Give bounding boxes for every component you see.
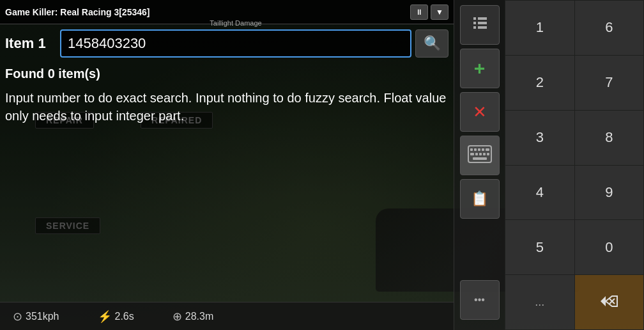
num-7-button[interactable]: 7 (575, 56, 644, 110)
search-input[interactable] (60, 29, 411, 58)
search-row: Item 1 Taillight Damage 🔍 (0, 24, 454, 63)
add-icon: + (474, 58, 486, 79)
speed-status: ⊙ 351kph (13, 310, 59, 324)
num-3-button[interactable]: 3 (505, 111, 574, 165)
speed-icon: ⊙ (13, 310, 22, 324)
search-button[interactable]: 🔍 (415, 29, 448, 58)
dots-num-button[interactable]: ... (505, 275, 574, 329)
status-bar: ⊙ 351kph ⚡ 2.6s ⊕ 28.3m (0, 302, 454, 330)
delete-button[interactable]: ✕ (460, 92, 500, 132)
dots-icon: ••• (474, 294, 485, 306)
num-2-button[interactable]: 2 (505, 56, 574, 110)
svg-rect-4 (478, 22, 487, 24)
num-5-button[interactable]: 5 (505, 220, 574, 274)
time-value: 2.6s (115, 311, 134, 322)
svg-rect-14 (479, 153, 482, 155)
item-text: Item (5, 35, 34, 52)
num-8-button[interactable]: 8 (575, 111, 644, 165)
pause-button[interactable]: ⏸ (410, 4, 428, 20)
svg-rect-2 (473, 26, 476, 29)
time-status: ⚡ 2.6s (98, 310, 134, 324)
list-icon (471, 16, 489, 34)
num-1-button[interactable]: 1 (505, 1, 574, 55)
num-9-button[interactable]: 9 (575, 166, 644, 220)
svg-rect-0 (473, 17, 476, 20)
backspace-button[interactable] (575, 275, 644, 329)
folder-icon: 📋 (471, 191, 488, 207)
distance-status: ⊕ 28.3m (172, 310, 213, 324)
num-0-button[interactable]: 0 (575, 220, 644, 274)
keyboard-icon (468, 145, 492, 166)
svg-rect-9 (478, 148, 480, 151)
svg-rect-17 (473, 157, 487, 160)
item-number: 1 (38, 35, 45, 52)
delete-icon: ✕ (473, 102, 487, 122)
svg-rect-12 (470, 153, 474, 155)
dots-button[interactable]: ••• (460, 280, 500, 320)
time-icon: ⚡ (98, 310, 112, 324)
backspace-icon (599, 294, 618, 311)
distance-icon: ⊕ (172, 310, 182, 324)
svg-rect-7 (470, 148, 473, 151)
search-input-container: Taillight Damage (60, 29, 411, 58)
svg-marker-21 (601, 296, 606, 306)
right-panel: + ✕ (454, 0, 644, 330)
found-text: Found 0 item(s) (0, 63, 454, 84)
info-text: Input number to do exact search. Input n… (0, 84, 454, 130)
svg-rect-3 (478, 17, 487, 20)
svg-rect-5 (478, 26, 487, 29)
svg-rect-10 (482, 148, 484, 151)
num-4-button[interactable]: 4 (505, 166, 574, 220)
search-icon: 🔍 (424, 35, 441, 52)
keyboard-button[interactable] (460, 136, 500, 175)
search-hint: Taillight Damage (60, 19, 411, 27)
title-controls: ⏸ ▼ (410, 4, 448, 20)
sidebar-buttons: + ✕ (454, 0, 505, 330)
num-6-button[interactable]: 6 (575, 1, 644, 55)
svg-rect-15 (483, 153, 486, 155)
item-label: Item 1 (5, 35, 56, 52)
main-overlay: Game Killer: Real Racing 3[25346] ⏸ ▼ It… (0, 0, 454, 330)
add-button[interactable]: + (460, 49, 500, 88)
svg-rect-8 (474, 148, 477, 151)
app-title: Game Killer: Real Racing 3[25346] (5, 7, 150, 17)
svg-rect-11 (486, 148, 489, 151)
numpad: 1 6 2 7 3 8 4 9 5 0 ... (505, 0, 644, 330)
svg-rect-1 (473, 22, 476, 24)
dropdown-button[interactable]: ▼ (431, 4, 448, 20)
svg-rect-13 (475, 153, 478, 155)
folder-button[interactable]: 📋 (460, 179, 500, 219)
svg-rect-16 (487, 153, 489, 155)
list-button[interactable] (460, 5, 500, 45)
speed-value: 351kph (26, 311, 59, 322)
distance-value: 28.3m (185, 311, 213, 322)
